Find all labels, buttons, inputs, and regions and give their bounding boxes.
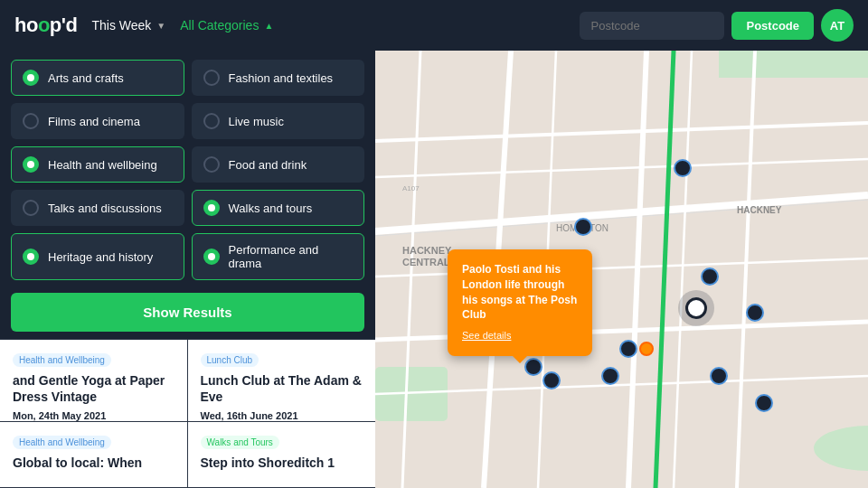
event-badge-2: Health and Wellbeing bbox=[13, 436, 111, 449]
event-card-3: Walks and ToursStep into Shoreditch 1 bbox=[188, 422, 376, 488]
map-pin-7[interactable] bbox=[710, 367, 728, 385]
logo: hoop'd bbox=[14, 14, 77, 37]
map-pin-10[interactable] bbox=[542, 371, 561, 389]
map-pin-6[interactable] bbox=[601, 367, 619, 385]
category-radio-live-music bbox=[203, 113, 220, 129]
category-item-walks[interactable]: Walks and tours bbox=[192, 190, 365, 226]
map-pin-4[interactable] bbox=[746, 304, 764, 322]
category-item-heritage[interactable]: Heritage and history bbox=[11, 233, 184, 280]
category-item-films[interactable]: Films and cinema bbox=[11, 103, 184, 139]
search-area: Postcode AT bbox=[580, 9, 854, 42]
logo-accent: o bbox=[38, 14, 50, 36]
category-radio-walks bbox=[203, 200, 220, 216]
category-label-live-music: Live music bbox=[229, 115, 284, 128]
category-radio-arts bbox=[23, 70, 39, 86]
category-radio-health bbox=[23, 156, 39, 173]
event-card-0: Health and Wellbeingand Gentle Yoga at P… bbox=[0, 340, 188, 422]
category-label-talks: Talks and discussions bbox=[48, 202, 162, 215]
category-label-walks: Walks and tours bbox=[229, 202, 313, 215]
this-week-label: This Week bbox=[91, 18, 151, 33]
svg-text:HACKNEY: HACKNEY bbox=[402, 245, 452, 256]
event-title-3: Step into Shoreditch 1 bbox=[201, 455, 363, 471]
category-radio-fashion bbox=[203, 70, 220, 86]
postcode-button[interactable]: Postcode bbox=[731, 12, 814, 40]
event-title-1: Lunch Club at The Adam & Eve bbox=[201, 372, 363, 405]
show-results-button[interactable]: Show Results bbox=[11, 293, 364, 332]
category-radio-heritage bbox=[23, 249, 39, 265]
events-grid: Health and Wellbeingand Gentle Yoga at P… bbox=[0, 339, 375, 488]
map-pin-1[interactable] bbox=[574, 218, 592, 236]
category-radio-talks bbox=[23, 200, 39, 216]
event-badge-0: Health and Wellbeing bbox=[13, 353, 111, 367]
chevron-up-icon: ▲ bbox=[264, 21, 273, 31]
category-item-fashion[interactable]: Fashion and textiles bbox=[192, 60, 365, 96]
category-label-performance: Performance and drama bbox=[229, 243, 354, 270]
tooltip-title: Paolo Tosti and his London life through … bbox=[462, 262, 578, 323]
header: hoop'd This Week ▼ All Categories ▲ Post… bbox=[0, 0, 868, 51]
category-label-health: Health and wellbeing bbox=[48, 158, 157, 172]
event-date-0: Mon, 24th May 2021 bbox=[13, 410, 175, 421]
main-content: Arts and craftsFashion and textilesFilms… bbox=[0, 51, 868, 488]
map-pin-active[interactable] bbox=[685, 297, 707, 319]
chevron-down-icon: ▼ bbox=[156, 21, 165, 31]
category-item-health[interactable]: Health and wellbeing bbox=[11, 146, 184, 183]
svg-rect-1 bbox=[719, 51, 868, 78]
category-label-films: Films and cinema bbox=[48, 115, 140, 128]
category-item-live-music[interactable]: Live music bbox=[192, 103, 365, 139]
event-title-0: and Gentle Yoga at Paper Dress Vintage bbox=[13, 372, 175, 405]
map-pin-2[interactable] bbox=[674, 159, 692, 177]
postcode-input[interactable] bbox=[580, 12, 724, 40]
this-week-button[interactable]: This Week ▼ bbox=[91, 18, 165, 33]
category-label-fashion: Fashion and textiles bbox=[229, 71, 334, 85]
category-radio-performance bbox=[203, 249, 220, 265]
categories-grid: Arts and craftsFashion and textilesFilms… bbox=[0, 51, 375, 289]
map-pin-orange[interactable] bbox=[639, 342, 654, 356]
all-categories-label: All Categories bbox=[180, 18, 259, 33]
map-panel: HACKNEY CENTRAL HOMERTON HACKNEY A107 Pa… bbox=[375, 51, 868, 488]
category-label-heritage: Heritage and history bbox=[48, 250, 153, 264]
event-badge-1: Lunch Club bbox=[201, 353, 259, 367]
category-label-food: Food and drink bbox=[229, 158, 307, 172]
event-date-1: Wed, 16th June 2021 bbox=[201, 410, 363, 421]
category-label-arts: Arts and crafts bbox=[48, 71, 124, 85]
map-pin-5[interactable] bbox=[619, 340, 637, 358]
category-radio-films bbox=[23, 113, 39, 129]
category-item-food[interactable]: Food and drink bbox=[192, 146, 365, 183]
category-item-talks[interactable]: Talks and discussions bbox=[11, 190, 184, 226]
category-radio-food bbox=[203, 156, 220, 173]
svg-text:A107: A107 bbox=[402, 184, 420, 192]
left-panel: Arts and craftsFashion and textilesFilms… bbox=[0, 51, 375, 488]
category-item-arts[interactable]: Arts and crafts bbox=[11, 60, 184, 96]
category-item-performance[interactable]: Performance and drama bbox=[192, 233, 365, 280]
all-categories-button[interactable]: All Categories ▲ bbox=[180, 18, 273, 33]
tooltip-see-details-link[interactable]: See details bbox=[462, 330, 511, 341]
svg-text:CENTRAL: CENTRAL bbox=[402, 257, 450, 267]
event-card-2: Health and WellbeingGlobal to local: Whe… bbox=[0, 422, 188, 488]
event-card-1: Lunch ClubLunch Club at The Adam & EveWe… bbox=[188, 340, 376, 422]
map-tooltip: Paolo Tosti and his London life through … bbox=[448, 249, 592, 356]
map-pin-3[interactable] bbox=[701, 267, 719, 286]
event-badge-3: Walks and Tours bbox=[201, 436, 279, 449]
event-title-2: Global to local: When bbox=[13, 455, 175, 471]
svg-text:HACKNEY: HACKNEY bbox=[737, 205, 782, 215]
avatar[interactable]: AT bbox=[821, 9, 854, 42]
map-pin-9[interactable] bbox=[524, 358, 542, 376]
map-pin-8[interactable] bbox=[755, 394, 773, 412]
